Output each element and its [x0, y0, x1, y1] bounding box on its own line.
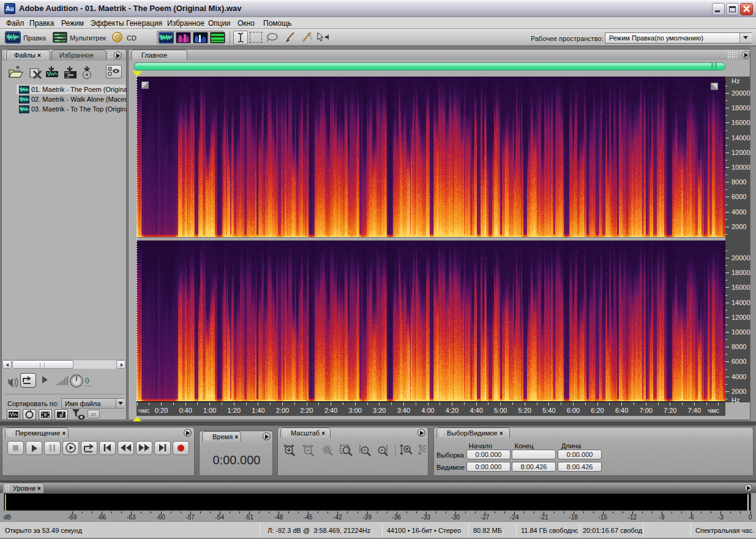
svg-text:0: 0 — [85, 377, 89, 385]
